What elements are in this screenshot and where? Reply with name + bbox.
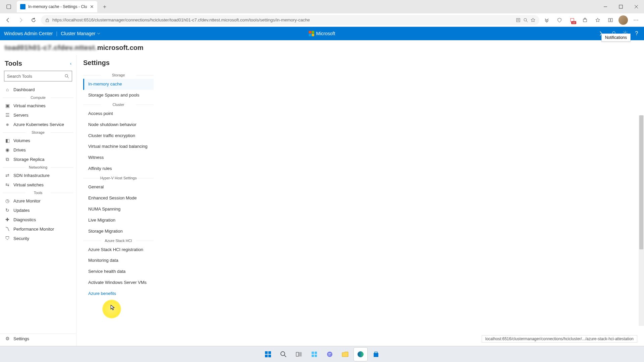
settings-item-service-health-data[interactable]: Service health data bbox=[83, 266, 154, 277]
vm-icon: ▣ bbox=[5, 103, 10, 108]
new-tab-button[interactable]: ＋ bbox=[99, 1, 110, 12]
wac-header: Windows Admin Center | Cluster Manager M… bbox=[0, 27, 644, 40]
sidebar-item-dashboard[interactable]: ⌂Dashboard bbox=[0, 85, 76, 94]
svg-rect-26 bbox=[299, 352, 302, 356]
svg-rect-6 bbox=[517, 18, 520, 22]
security-icon: ⛉ bbox=[5, 236, 10, 241]
collapse-sidebar-button[interactable]: ‹ bbox=[70, 61, 71, 66]
reader-icon[interactable] bbox=[516, 18, 521, 22]
tab-actions-button[interactable] bbox=[3, 1, 15, 13]
svg-rect-29 bbox=[312, 355, 314, 357]
svg-point-31 bbox=[327, 352, 332, 357]
extension-button[interactable] bbox=[580, 15, 590, 25]
svg-rect-20 bbox=[268, 351, 271, 354]
settings-item-numa-spanning[interactable]: NUMA Spanning bbox=[83, 204, 154, 215]
sidebar-item-servers[interactable]: ☰Servers bbox=[0, 110, 76, 120]
close-window-button[interactable] bbox=[629, 0, 644, 13]
page-title: Settings bbox=[83, 59, 154, 67]
help-icon[interactable]: ? bbox=[633, 30, 640, 37]
settings-item-live-migration[interactable]: Live Migration bbox=[83, 215, 154, 226]
sidebar-item-azure-monitor[interactable]: ◷Azure Monitor bbox=[0, 196, 76, 205]
settings-group-label: Azure Stack HCI bbox=[83, 238, 154, 244]
search-tools-input[interactable]: Search Tools bbox=[4, 71, 72, 81]
favorite-icon[interactable] bbox=[531, 18, 535, 22]
sidebar-item-storage-replica[interactable]: ⧉Storage Replica bbox=[0, 155, 76, 164]
task-view-button[interactable] bbox=[292, 348, 306, 361]
settings-item-storage-spaces-and-pools[interactable]: Storage Spaces and pools bbox=[83, 90, 154, 101]
sidebar-item-settings[interactable]: ⚙ Settings bbox=[0, 334, 76, 343]
settings-item-node-shutdown-behavior[interactable]: Node shutdown behavior bbox=[83, 119, 154, 130]
settings-item-virtual-machine-load-balancing[interactable]: Virtual machine load balancing bbox=[83, 141, 154, 152]
updates-icon: ↻ bbox=[5, 207, 10, 213]
server-icon: ☰ bbox=[5, 112, 10, 118]
settings-item-access-point[interactable]: Access point bbox=[83, 108, 154, 119]
settings-item-witness[interactable]: Witness bbox=[83, 152, 154, 163]
file-explorer-button[interactable] bbox=[338, 348, 352, 361]
settings-item-azure-stack-hci-registration[interactable]: Azure Stack HCI registration bbox=[83, 244, 154, 255]
edge-button[interactable] bbox=[354, 348, 367, 361]
collections-icon[interactable] bbox=[605, 15, 616, 25]
sidebar-item-sdn-infrastructure[interactable]: ⇄SDN Infrastructure bbox=[0, 171, 76, 180]
sidebar-item-virtual-machines[interactable]: ▣Virtual machines bbox=[0, 101, 76, 110]
forward-button[interactable] bbox=[15, 15, 26, 25]
maximize-button[interactable] bbox=[613, 0, 629, 13]
tools-sidebar: Tools ‹ Search Tools ⌂DashboardCompute▣V… bbox=[0, 55, 76, 346]
tool-group-label: Networking bbox=[0, 164, 76, 171]
sidebar-item-performance-monitor[interactable]: 〽Performance Monitor bbox=[0, 224, 76, 234]
refresh-button[interactable] bbox=[28, 15, 39, 25]
svg-rect-22 bbox=[268, 355, 271, 357]
vswitch-icon: ⇆ bbox=[5, 182, 10, 187]
profile-button[interactable] bbox=[618, 15, 629, 25]
replica-icon: ⧉ bbox=[5, 157, 10, 162]
sidebar-item-volumes[interactable]: ◧Volumes bbox=[0, 136, 76, 145]
widgets-button[interactable] bbox=[308, 348, 321, 361]
browser-tab[interactable]: In-memory cache - Settings - Clu ✕ bbox=[17, 1, 97, 12]
settings-item-enhanced-session-mode[interactable]: Enhanced Session Mode bbox=[83, 193, 154, 204]
taskbar bbox=[0, 346, 644, 362]
settings-item-general[interactable]: General bbox=[83, 182, 154, 193]
zoom-icon[interactable] bbox=[523, 18, 528, 22]
sidebar-item-security[interactable]: ⛉Security bbox=[0, 234, 76, 243]
settings-item-azure-benefits[interactable]: Azure benefits bbox=[83, 288, 154, 299]
svg-point-23 bbox=[281, 352, 285, 356]
tool-group-label: Tools bbox=[0, 189, 76, 196]
minimize-button[interactable] bbox=[598, 0, 613, 13]
diag-icon: ✚ bbox=[5, 217, 10, 222]
monitor-icon: ◷ bbox=[5, 198, 10, 203]
shield-icon[interactable] bbox=[554, 15, 565, 25]
svg-rect-21 bbox=[265, 355, 268, 357]
back-button[interactable] bbox=[3, 15, 13, 25]
chat-button[interactable] bbox=[323, 348, 336, 361]
settings-item-in-memory-cache[interactable]: In-memory cache bbox=[83, 79, 154, 90]
browser-titlebar: In-memory cache - Settings - Clu ✕ ＋ bbox=[0, 0, 644, 13]
store-button[interactable] bbox=[369, 348, 383, 361]
sdn-icon: ⇄ bbox=[5, 173, 10, 178]
search-button[interactable] bbox=[277, 348, 290, 361]
context-dropdown[interactable]: Cluster Manager bbox=[61, 31, 100, 36]
favorites-bar-button[interactable] bbox=[592, 15, 603, 25]
volume-icon: ◧ bbox=[5, 138, 10, 143]
status-url: localhost:6516/clustermanager/connection… bbox=[482, 335, 637, 343]
sidebar-item-updates[interactable]: ↻Updates bbox=[0, 205, 76, 215]
tools-title: Tools bbox=[5, 60, 22, 67]
avatar-icon bbox=[619, 15, 628, 25]
wac-brand[interactable]: Windows Admin Center bbox=[4, 31, 53, 36]
settings-item-monitoring-data[interactable]: Monitoring data bbox=[83, 255, 154, 266]
start-button[interactable] bbox=[261, 348, 275, 361]
url-input[interactable]: https://localhost:6516/clustermanager/co… bbox=[41, 15, 539, 25]
extensions-overflow-button[interactable] bbox=[541, 15, 552, 25]
tab-title: In-memory cache - Settings - Clu bbox=[28, 4, 87, 9]
settings-item-cluster-traffic-encryption[interactable]: Cluster traffic encryption bbox=[83, 130, 154, 141]
scrollbar[interactable] bbox=[639, 115, 644, 326]
menu-button[interactable]: ⋯ bbox=[631, 15, 641, 25]
settings-item-affinity-rules[interactable]: Affinity rules bbox=[83, 163, 154, 174]
sidebar-item-diagnostics[interactable]: ✚Diagnostics bbox=[0, 215, 76, 224]
collections-button[interactable]: 10 bbox=[567, 15, 578, 25]
sidebar-item-virtual-switches[interactable]: ⇆Virtual switches bbox=[0, 180, 76, 189]
settings-item-storage-migration[interactable]: Storage Migration bbox=[83, 226, 154, 237]
sidebar-item-drives[interactable]: ◉Drives bbox=[0, 145, 76, 155]
svg-point-9 bbox=[524, 18, 527, 21]
sidebar-item-azure-kubernetes-service[interactable]: ⎈Azure Kubernetes Service bbox=[0, 120, 76, 129]
settings-item-activate-windows-server-vms[interactable]: Activate Windows Server VMs bbox=[83, 277, 154, 288]
close-tab-button[interactable]: ✕ bbox=[90, 4, 94, 9]
